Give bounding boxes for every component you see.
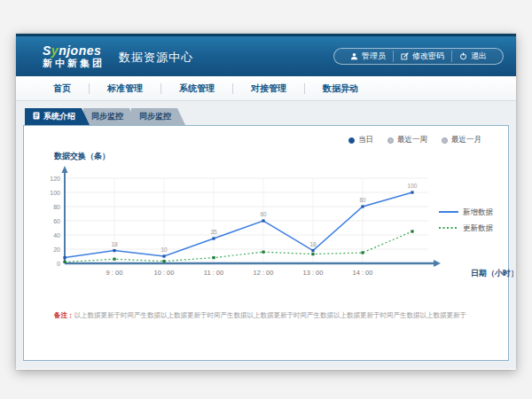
- radio-dot-icon: [387, 137, 394, 144]
- nav-item-system-mgmt[interactable]: 系统管理: [161, 82, 232, 95]
- brand-logo: Synjones 新中新集团: [43, 44, 105, 68]
- svg-text:18: 18: [111, 241, 118, 247]
- svg-text:60: 60: [260, 211, 267, 217]
- svg-text:80: 80: [359, 197, 366, 203]
- content-area: 系统介绍 同步监控 同步监控 当日 最近一周: [16, 101, 516, 369]
- page-title: 数据资源中心: [119, 50, 193, 66]
- radio-last-week[interactable]: 最近一周: [387, 135, 427, 145]
- line-chart: 0204060801001209 : 0010 : 0011 : 0012 : …: [38, 164, 497, 290]
- brand-logo-text: Synjones: [43, 44, 105, 57]
- current-user-label: 管理员: [362, 51, 386, 62]
- tab-label: 同步监控: [91, 111, 123, 122]
- nav-item-standard-mgmt[interactable]: 标准管理: [90, 82, 160, 95]
- change-password-button[interactable]: 修改密码: [393, 51, 451, 62]
- svg-text:0: 0: [57, 261, 60, 267]
- svg-text:60: 60: [53, 218, 60, 224]
- svg-text:12 : 00: 12 : 00: [254, 269, 274, 277]
- radio-label: 当日: [358, 135, 373, 145]
- user-toolbar: 管理员 修改密码 退出: [333, 48, 504, 65]
- svg-text:18: 18: [309, 241, 317, 247]
- tab-sync-monitor-1[interactable]: 同步监控: [83, 108, 137, 125]
- tab-bar: 系统介绍 同步监控 同步监控: [25, 108, 509, 125]
- svg-text:13 : 00: 13 : 00: [303, 269, 324, 277]
- radio-label: 最近一月: [451, 135, 481, 145]
- app-window: Synjones 新中新集团 数据资源中心 管理员 修改密码 退出 首页 标准管…: [16, 34, 516, 370]
- document-icon: [33, 112, 40, 121]
- logo-letter: S: [43, 43, 51, 58]
- radio-dot-icon: [442, 137, 448, 144]
- chart-canvas: 0204060801001209 : 0010 : 0011 : 0012 : …: [38, 164, 513, 286]
- svg-text:11 : 00: 11 : 00: [204, 269, 223, 277]
- svg-text:20: 20: [53, 246, 60, 253]
- header: Synjones 新中新集团 数据资源中心 管理员 修改密码 退出: [16, 34, 516, 76]
- nav-item-interface-mgmt[interactable]: 对接管理: [233, 82, 304, 95]
- time-range-filter: 当日 最近一周 最近一月: [35, 135, 497, 145]
- svg-text:日期（小时）: 日期（小时）: [471, 269, 513, 278]
- svg-text:100: 100: [50, 190, 60, 196]
- power-icon: [459, 52, 467, 60]
- svg-text:80: 80: [53, 204, 60, 210]
- svg-text:10: 10: [160, 246, 168, 253]
- edit-icon: [401, 52, 409, 60]
- svg-text:100: 100: [408, 183, 418, 189]
- y-axis-title: 数据交换（条）: [54, 151, 497, 162]
- svg-text:新增数据: 新增数据: [463, 207, 494, 216]
- footnote-prefix: 备注：: [54, 311, 74, 319]
- logout-label: 退出: [471, 51, 487, 62]
- radio-dot-icon: [348, 137, 355, 144]
- logout-button[interactable]: 退出: [451, 51, 494, 62]
- footnote-text: 以上数据更新于时间产生数据以上数据更新于时间产生数据以上数据更新于时间产生数据以…: [74, 311, 467, 319]
- svg-text:40: 40: [53, 232, 60, 239]
- tab-system-intro[interactable]: 系统介绍: [25, 108, 90, 125]
- logo-letters: njones: [59, 43, 101, 58]
- tab-sync-monitor-2[interactable]: 同步监控: [131, 108, 185, 125]
- svg-text:10 : 00: 10 : 00: [154, 269, 175, 277]
- brand-logo-cn: 新中新集团: [43, 59, 105, 68]
- main-nav: 首页 标准管理 系统管理 对接管理 数据异动: [16, 76, 516, 101]
- footnote: 备注：以上数据更新于时间产生数据以上数据更新于时间产生数据以上数据更新于时间产生…: [54, 311, 497, 320]
- chart-panel: 当日 最近一周 最近一月 数据交换（条） 0204060801001209 : …: [23, 125, 509, 361]
- tab-label: 系统介绍: [43, 111, 75, 122]
- svg-text:14 : 00: 14 : 00: [353, 269, 373, 277]
- current-user-button[interactable]: 管理员: [343, 51, 393, 62]
- radio-label: 最近一周: [397, 135, 427, 145]
- person-icon: [350, 52, 358, 60]
- svg-text:9 : 00: 9 : 00: [106, 269, 123, 277]
- svg-text:120: 120: [50, 176, 60, 182]
- change-password-label: 修改密码: [412, 51, 444, 62]
- svg-text:35: 35: [210, 229, 217, 235]
- svg-text:更新数据: 更新数据: [463, 223, 494, 232]
- tab-label: 同步监控: [139, 111, 171, 122]
- logo-letter-accent: y: [51, 43, 59, 58]
- nav-item-data-change[interactable]: 数据异动: [305, 82, 376, 95]
- nav-item-home[interactable]: 首页: [35, 82, 89, 95]
- radio-today[interactable]: 当日: [348, 135, 373, 145]
- radio-last-month[interactable]: 最近一月: [442, 135, 481, 145]
